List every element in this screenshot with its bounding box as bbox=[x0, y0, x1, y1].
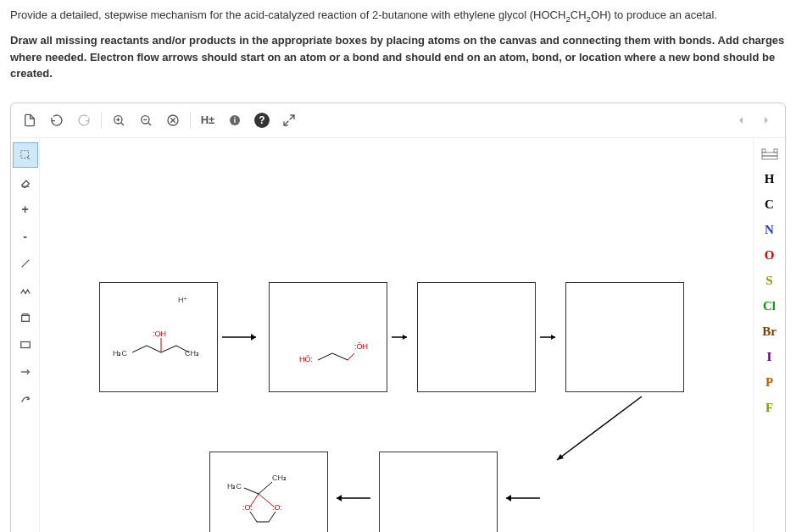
svg-line-5 bbox=[148, 122, 151, 125]
svg-rect-42 bbox=[762, 156, 777, 159]
svg-line-18 bbox=[132, 346, 147, 352]
arrow-3 bbox=[540, 329, 561, 346]
h-plus-label: H⁺ bbox=[178, 296, 188, 304]
left-toolbar: + - bbox=[11, 138, 40, 532]
element-n[interactable]: N bbox=[755, 219, 784, 242]
redo-button[interactable] bbox=[72, 108, 96, 132]
reactant-box-4[interactable] bbox=[565, 282, 684, 392]
arrow-2 bbox=[392, 329, 413, 346]
element-br[interactable]: Br bbox=[755, 320, 784, 344]
element-p[interactable]: P bbox=[755, 371, 784, 395]
svg-line-24 bbox=[318, 353, 332, 360]
svg-line-20 bbox=[161, 346, 176, 352]
eraser-tool[interactable] bbox=[13, 169, 38, 195]
svg-line-33 bbox=[259, 494, 274, 507]
svg-line-21 bbox=[176, 346, 189, 352]
svg-line-34 bbox=[250, 512, 257, 522]
prev-button[interactable] bbox=[729, 108, 753, 132]
reactant-box-1[interactable]: H⁺ :OH H₃C CH₃ bbox=[99, 282, 218, 392]
svg-line-26 bbox=[348, 353, 354, 360]
right-toolbar: H C N O S Cl Br I P F bbox=[753, 138, 785, 532]
element-o[interactable]: O bbox=[755, 244, 784, 268]
element-h[interactable]: H bbox=[755, 168, 784, 191]
product-box-1[interactable]: H₃C CH₃ :O: :O: bbox=[209, 452, 328, 532]
svg-line-29 bbox=[557, 396, 642, 460]
svg-rect-39 bbox=[762, 149, 765, 152]
ho-label-2: HÖ: bbox=[299, 355, 313, 363]
svg-rect-15 bbox=[21, 315, 29, 321]
fullscreen-button[interactable] bbox=[277, 108, 301, 132]
chain-tool[interactable] bbox=[13, 278, 38, 303]
svg-line-31 bbox=[259, 482, 272, 494]
arrow-1 bbox=[222, 329, 264, 346]
arrow-diag bbox=[548, 392, 650, 468]
rectangle-tool[interactable] bbox=[13, 332, 38, 357]
svg-line-25 bbox=[332, 353, 348, 360]
svg-rect-16 bbox=[20, 341, 30, 347]
undo-button[interactable] bbox=[45, 108, 69, 132]
zoom-in-button[interactable] bbox=[107, 108, 131, 132]
svg-text:i: i bbox=[234, 116, 236, 125]
arrow-tool[interactable] bbox=[13, 359, 38, 385]
plus-charge-tool[interactable]: + bbox=[13, 197, 38, 222]
periodic-table-button[interactable] bbox=[755, 142, 784, 166]
hydrogen-toggle-button[interactable]: H± bbox=[196, 108, 220, 132]
help-button[interactable]: ? bbox=[250, 108, 274, 132]
product-box-2[interactable] bbox=[379, 452, 498, 532]
editor-container: H± i ? + - H⁺ :OH H₃C CH₃ bbox=[10, 103, 786, 532]
drawing-canvas[interactable]: H⁺ :OH H₃C CH₃ HÖ: :ÖH bbox=[40, 138, 753, 532]
new-doc-button[interactable] bbox=[18, 108, 42, 132]
curved-arrow-tool[interactable] bbox=[13, 386, 38, 412]
svg-line-19 bbox=[147, 346, 161, 352]
arrow-4 bbox=[332, 490, 375, 507]
question-line2: Draw all missing reactants and/or produc… bbox=[10, 32, 786, 82]
zoom-out-button[interactable] bbox=[134, 108, 158, 132]
top-toolbar: H± i ? bbox=[11, 103, 785, 138]
svg-line-32 bbox=[250, 494, 259, 507]
element-i[interactable]: I bbox=[755, 346, 784, 369]
reactant-box-3[interactable] bbox=[417, 282, 536, 392]
svg-rect-41 bbox=[762, 152, 777, 156]
oh-label-2: :ÖH bbox=[354, 342, 368, 351]
next-button[interactable] bbox=[754, 108, 778, 132]
element-f[interactable]: F bbox=[755, 396, 784, 420]
svg-line-30 bbox=[244, 488, 259, 494]
svg-rect-40 bbox=[774, 149, 777, 152]
element-s[interactable]: S bbox=[755, 269, 784, 293]
template-tool[interactable] bbox=[13, 305, 38, 330]
element-c[interactable]: C bbox=[755, 193, 784, 217]
info-button[interactable]: i bbox=[223, 108, 247, 132]
svg-line-36 bbox=[269, 512, 276, 522]
zoom-reset-button[interactable] bbox=[161, 108, 185, 132]
question-line1: Provide a detailed, stepwise mechanism f… bbox=[10, 7, 786, 25]
reactant-box-2[interactable]: HÖ: :ÖH bbox=[269, 282, 387, 392]
svg-line-1 bbox=[121, 122, 124, 125]
arrow-5 bbox=[502, 490, 544, 507]
single-bond-tool[interactable] bbox=[13, 251, 38, 276]
element-cl[interactable]: Cl bbox=[755, 295, 784, 319]
minus-charge-tool[interactable]: - bbox=[13, 224, 38, 249]
select-tool[interactable] bbox=[13, 142, 38, 168]
svg-line-14 bbox=[21, 259, 29, 267]
